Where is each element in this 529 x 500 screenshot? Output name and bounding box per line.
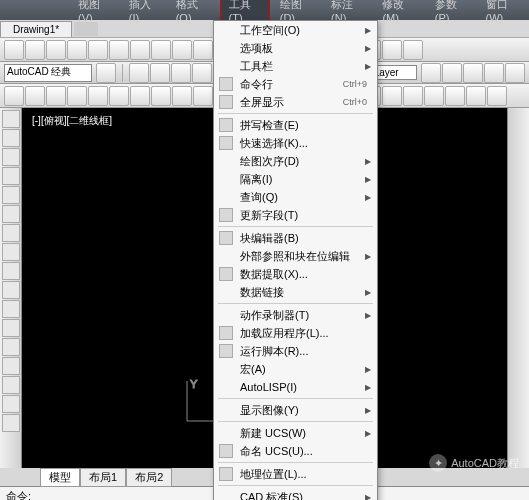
menu-item[interactable]: 隔离(I)▶ [214,170,377,188]
menu-item[interactable]: 数据提取(X)... [214,265,377,283]
tool-button[interactable] [67,40,87,60]
tool-button[interactable] [2,186,20,204]
menu-item[interactable]: 拼写检查(E) [214,116,377,134]
menu-icon [219,326,233,340]
tool-button[interactable] [2,148,20,166]
layout-tab[interactable]: 模型 [40,468,80,487]
menu-item[interactable]: 数据链接▶ [214,283,377,301]
menu-item[interactable]: 格式(O) [168,0,218,26]
tool-button[interactable] [442,63,462,83]
menu-item[interactable]: 加载应用程序(L)... [214,324,377,342]
tool-button[interactable] [2,262,20,280]
tool-button[interactable] [96,63,116,83]
layout-tab[interactable]: 布局1 [80,468,126,487]
menu-item[interactable]: 插入(I) [121,0,166,26]
menu-item[interactable]: 绘图次序(D)▶ [214,152,377,170]
menu-icon [219,136,233,150]
tool-button[interactable] [46,40,66,60]
tool-button[interactable] [2,357,20,375]
tool-button[interactable] [2,414,20,432]
menu-item[interactable]: 窗口(W) [478,0,529,26]
submenu-arrow-icon: ▶ [365,429,371,438]
menu-item[interactable]: 更新字段(T) [214,206,377,224]
tool-button[interactable] [2,243,20,261]
tool-button[interactable] [171,63,191,83]
menu-item-label: 全屏显示 [240,95,284,110]
tool-button[interactable] [4,86,24,106]
tool-button[interactable] [424,86,444,106]
tool-button[interactable] [25,86,45,106]
tool-button[interactable] [2,338,20,356]
tool-button[interactable] [403,40,423,60]
menu-item[interactable]: 宏(A)▶ [214,360,377,378]
menu-item[interactable]: 新建 UCS(W)▶ [214,424,377,442]
menu-item[interactable]: CAD 标准(S)▶ [214,488,377,500]
tool-button[interactable] [2,319,20,337]
tool-button[interactable] [403,86,423,106]
menu-item[interactable]: 命令行Ctrl+9 [214,75,377,93]
workspace-combo[interactable]: AutoCAD 经典 [4,64,92,82]
menu-item[interactable]: 工作空间(O)▶ [214,21,377,39]
tool-button[interactable] [487,86,507,106]
tool-button[interactable] [2,110,20,128]
tool-button[interactable] [466,86,486,106]
menu-item[interactable]: 命名 UCS(U)... [214,442,377,460]
tool-button[interactable] [2,395,20,413]
menu-item[interactable]: 全屏显示Ctrl+0 [214,93,377,111]
document-tab[interactable]: Drawing1* [0,21,72,37]
tool-button[interactable] [46,86,66,106]
menu-item[interactable]: 运行脚本(R)... [214,342,377,360]
submenu-arrow-icon: ▶ [365,157,371,166]
tool-button[interactable] [2,224,20,242]
tool-button[interactable] [151,40,171,60]
menu-item-label: 命令行 [240,77,273,92]
tool-button[interactable] [484,63,504,83]
tool-button[interactable] [150,63,170,83]
menu-item[interactable]: 查询(Q)▶ [214,188,377,206]
tool-button[interactable] [88,86,108,106]
tool-button[interactable] [2,300,20,318]
tool-button[interactable] [109,86,129,106]
menu-item-label: 隔离(I) [240,172,272,187]
tool-button[interactable] [2,376,20,394]
tool-button[interactable] [382,40,402,60]
menu-item[interactable]: 修改(M) [374,0,424,26]
menu-item[interactable]: 地理位置(L)... [214,465,377,483]
tool-button[interactable] [445,86,465,106]
tool-button[interactable] [421,63,441,83]
tool-button[interactable] [193,40,213,60]
menu-item[interactable]: 显示图像(Y)▶ [214,401,377,419]
tool-button[interactable] [505,63,525,83]
layout-tab[interactable]: 布局2 [126,468,172,487]
tool-button[interactable] [463,63,483,83]
menu-item[interactable]: 块编辑器(B) [214,229,377,247]
tool-button[interactable] [109,40,129,60]
tool-button[interactable] [2,167,20,185]
tool-button[interactable] [130,86,150,106]
tool-button[interactable] [2,281,20,299]
tool-button[interactable] [192,63,212,83]
tool-button[interactable] [25,40,45,60]
menu-icon [219,267,233,281]
tool-button[interactable] [4,40,24,60]
new-tab-button[interactable] [74,22,98,36]
menu-item[interactable]: AutoLISP(I)▶ [214,378,377,396]
tool-button[interactable] [67,86,87,106]
tool-button[interactable] [172,86,192,106]
tool-button[interactable] [151,86,171,106]
tool-button[interactable] [129,63,149,83]
tool-button[interactable] [172,40,192,60]
tool-button[interactable] [130,40,150,60]
menu-item[interactable]: 选项板▶ [214,39,377,57]
menu-item[interactable]: 参数(P) [427,0,476,26]
menu-icon [219,344,233,358]
tool-button[interactable] [382,86,402,106]
menu-item[interactable]: 外部参照和块在位编辑▶ [214,247,377,265]
tool-button[interactable] [2,129,20,147]
tool-button[interactable] [2,205,20,223]
menu-item[interactable]: 工具栏▶ [214,57,377,75]
menu-item[interactable]: 快速选择(K)... [214,134,377,152]
tool-button[interactable] [193,86,213,106]
tool-button[interactable] [88,40,108,60]
menu-item[interactable]: 动作录制器(T)▶ [214,306,377,324]
